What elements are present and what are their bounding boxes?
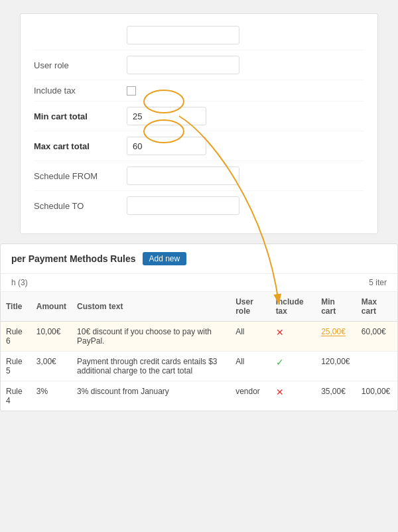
min-cart-value: 120,00€ (321, 357, 350, 366)
min-cart-value: 25,00€ (321, 327, 346, 336)
cell-max-cart: 60,00€ (356, 322, 397, 352)
cross-icon: ✕ (276, 327, 284, 338)
cell-min-cart: 35,00€ (316, 381, 356, 411)
cell-amount: 3% (31, 381, 72, 411)
sub-header: h (3) 5 iter (1, 274, 397, 292)
cell-max-cart: 100,00€ (356, 381, 397, 411)
cell-custom-text: Payment through credit cards entails $3 … (72, 352, 230, 381)
cell-min-cart: 25,00€ (316, 322, 356, 352)
section-title: per Payment Methods Rules (11, 253, 136, 264)
min-cart-input[interactable] (127, 107, 206, 125)
top-input[interactable] (127, 26, 239, 44)
cell-include-tax: ✕ (271, 322, 316, 352)
items-right: 5 iter (369, 278, 387, 287)
cross-icon: ✕ (276, 387, 284, 397)
items-count: h (3) (11, 278, 28, 287)
top-form-card: User role Include tax Min cart total Max… (20, 13, 378, 234)
table-row[interactable]: Rule 6 10,00€ 10€ discount if you choose… (1, 322, 397, 352)
user-role-row: User role (34, 50, 364, 80)
cell-custom-text: 3% discount from January (72, 381, 230, 411)
max-cart-row: Max cart total (34, 131, 364, 161)
cell-title: Rule 4 (1, 381, 31, 411)
col-amount: Amount (31, 292, 72, 322)
cell-min-cart: 120,00€ (316, 352, 356, 381)
user-role-label: User role (34, 60, 127, 70)
include-tax-row: Include tax (34, 80, 364, 101)
cell-user-role: vendor (230, 381, 270, 411)
col-max-cart: Max cart (356, 292, 397, 322)
check-icon: ✓ (276, 357, 284, 367)
cell-custom-text: 10€ discount if you choose to pay with P… (72, 322, 230, 352)
table-body: Rule 6 10,00€ 10€ discount if you choose… (1, 322, 397, 411)
schedule-to-label: Schedule TO (34, 201, 127, 211)
col-custom-text: Custom text (72, 292, 230, 322)
cell-max-cart (356, 352, 397, 381)
col-user-role: User role (230, 292, 270, 322)
cell-amount: 3,00€ (31, 352, 72, 381)
add-new-button[interactable]: Add new (143, 252, 187, 265)
col-min-cart: Min cart (316, 292, 356, 322)
schedule-from-label: Schedule FROM (34, 171, 127, 181)
schedule-from-row: Schedule FROM (34, 161, 364, 191)
schedule-from-input[interactable] (127, 166, 239, 185)
cell-user-role: All (230, 352, 270, 381)
cell-include-tax: ✕ (271, 381, 316, 411)
cell-title: Rule 6 (1, 322, 31, 352)
cell-amount: 10,00€ (31, 322, 72, 352)
col-include-tax: Include tax (271, 292, 316, 322)
payment-methods-rules-card: per Payment Methods Rules Add new h (3) … (0, 243, 398, 411)
col-title: Title (1, 292, 31, 322)
header-row: Title Amount Custom text User role Inclu… (1, 292, 397, 322)
empty-top-row (34, 21, 364, 50)
table-row[interactable]: Rule 4 3% 3% discount from January vendo… (1, 381, 397, 411)
include-tax-checkbox[interactable] (127, 86, 136, 96)
schedule-to-row: Schedule TO (34, 191, 364, 220)
bottom-card-header: per Payment Methods Rules Add new (1, 244, 397, 274)
max-cart-label: Max cart total (34, 141, 127, 151)
table-header: Title Amount Custom text User role Inclu… (1, 292, 397, 322)
min-cart-row: Min cart total (34, 101, 364, 131)
include-tax-label: Include tax (34, 86, 127, 96)
user-role-input[interactable] (127, 56, 239, 74)
schedule-to-input[interactable] (127, 196, 239, 215)
cell-title: Rule 5 (1, 352, 31, 381)
rules-table: Title Amount Custom text User role Inclu… (1, 292, 397, 411)
cell-user-role: All (230, 322, 270, 352)
min-cart-value: 35,00€ (321, 387, 346, 396)
max-cart-input[interactable] (127, 137, 206, 155)
table-row[interactable]: Rule 5 3,00€ Payment through credit card… (1, 352, 397, 381)
min-cart-label: Min cart total (34, 111, 127, 121)
cell-include-tax: ✓ (271, 352, 316, 381)
